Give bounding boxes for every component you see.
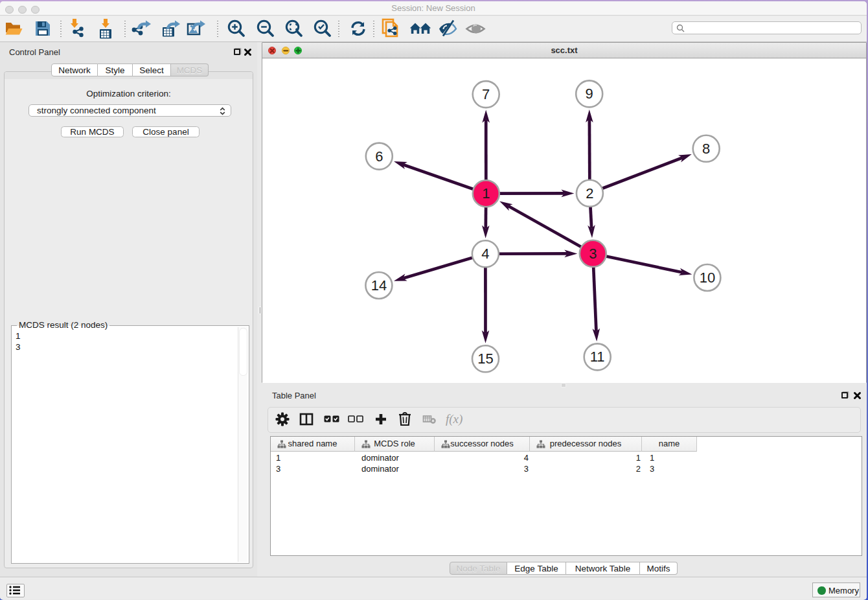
svg-text:4: 4 — [481, 246, 489, 262]
svg-text:11: 11 — [590, 349, 605, 365]
svg-text:14: 14 — [371, 277, 387, 294]
svg-text:9: 9 — [586, 86, 593, 102]
svg-text:6: 6 — [375, 148, 383, 165]
svg-text:7: 7 — [482, 86, 490, 102]
svg-text:3: 3 — [589, 246, 597, 262]
svg-text:8: 8 — [702, 141, 710, 157]
svg-text:10: 10 — [700, 270, 715, 286]
svg-text:15: 15 — [477, 351, 493, 367]
svg-text:1: 1 — [482, 185, 490, 202]
svg-text:2: 2 — [586, 185, 593, 202]
